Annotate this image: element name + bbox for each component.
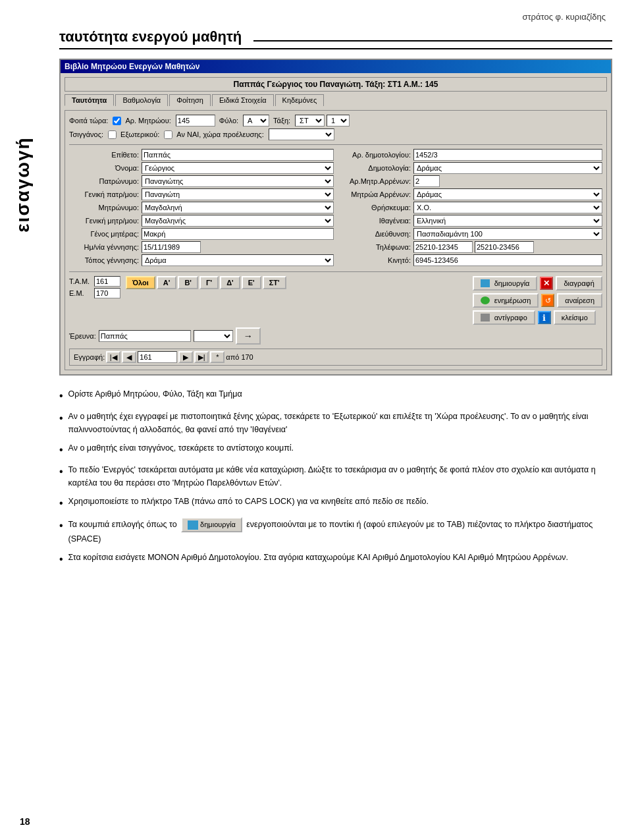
thriskevma-row: Θρήσκευμα: Χ.Ο. [338, 202, 602, 213]
btn-d[interactable]: Δ' [220, 276, 240, 289]
tam-input[interactable] [94, 276, 120, 287]
mitronimo-select[interactable]: Μαγδαληνή [142, 202, 334, 213]
dialog-title: Βιβλίο Μητρώου Ενεργών Μαθητών [65, 62, 200, 71]
epitheto-input[interactable] [142, 149, 334, 161]
bullet-section: • Ορίστε Αριθμό Μητρώου, Φύλο, Τάξη και … [59, 387, 612, 568]
btn-st[interactable]: ΣΤ' [263, 276, 286, 289]
header: στράτος φ. κυριαζίδης [0, 0, 632, 22]
tab-tautotita[interactable]: Ταυτότητα [65, 94, 114, 106]
mitronimo-row: Μητρώνυμο: Μαγδαληνή [69, 202, 334, 213]
create-button[interactable]: δημιουργία [473, 276, 538, 291]
tab-vathmologia[interactable]: Βαθμολογία [115, 94, 168, 106]
tilefona-label: Τηλέφωνα: [338, 243, 413, 251]
search-go-icon: → [244, 331, 253, 341]
tab-eidika[interactable]: Ειδικά Στοιχεία [212, 94, 274, 106]
fylo-select[interactable]: Α [243, 115, 269, 126]
mitroa-arrenon-label: Μητρώα Αρρένων: [338, 190, 413, 198]
tsigganos-checkbox[interactable] [108, 130, 117, 139]
main-content: ταυτότητα ενεργού μαθητή Βιβλίο Μητρώου … [46, 22, 632, 586]
taxi-select1[interactable]: ΣΤ [295, 115, 325, 126]
onoma-row: Όνομα: Γεώργιος [69, 162, 334, 174]
tab-kidimones[interactable]: Κηδεμόνες [275, 94, 325, 106]
gen-mitr-select[interactable]: Μαγδαληνής [142, 215, 334, 227]
update-button[interactable]: ενημέρωση [473, 293, 539, 308]
search-select[interactable] [194, 330, 233, 342]
btn-e[interactable]: Ε' [242, 276, 261, 289]
nav-first-button[interactable]: |◀ [106, 351, 120, 363]
nav-bar: Εγγραφή: |◀ ◀ ▶ ▶| * από 170 [69, 349, 602, 366]
copy-close-row: αντίγραφο ℹ κλείσιμο [473, 310, 602, 325]
bullet-text-7: Στα κορίτσια εισάγετε ΜΟΝΟΝ Αριθμό Δημοτ… [68, 551, 612, 564]
onoma-select[interactable]: Γεώργιος [142, 162, 334, 174]
mitroa-arrenon-row: Μητρώα Αρρένων: Δράμας [338, 188, 602, 200]
patronimo-label: Πατρώνυμο: [69, 177, 142, 185]
nav-last-button[interactable]: ▶| [194, 351, 209, 363]
remove-icon-btn[interactable]: ↺ [541, 294, 554, 307]
class-buttons-area: Όλοι Α' Β' Γ' Δ' Ε' ΣΤ' [126, 276, 286, 289]
ar-dimotologiou-input[interactable] [413, 149, 602, 161]
actions-col: δημιουργία ✕ διαγραφή ενημέρωση [473, 276, 602, 325]
xora-select[interactable] [269, 128, 334, 140]
taxi-select2[interactable]: 1 [327, 115, 350, 126]
tilefono1-input[interactable] [413, 241, 473, 253]
tab-foitisi[interactable]: Φοίτηση [169, 94, 211, 106]
bullet-item-1: • Ορίστε Αριθμό Μητρώου, Φύλο, Τάξη και … [59, 387, 612, 405]
btn-g[interactable]: Γ' [199, 276, 219, 289]
inline-create-btn: δημιουργία [181, 517, 242, 533]
search-go-button[interactable]: → [236, 327, 261, 345]
remove-button[interactable]: αναίρεση [557, 293, 602, 308]
imerominia-input[interactable] [142, 241, 201, 253]
mitronimo-label: Μητρώνυμο: [69, 204, 142, 211]
tilefono2-input[interactable] [475, 241, 534, 253]
create-label: δημιουργία [494, 279, 530, 287]
thriskevma-label: Θρήσκευμα: [338, 204, 413, 211]
form-divider [69, 144, 602, 145]
tam-label: Τ.Α.Μ. [69, 277, 92, 285]
nav-prev-button[interactable]: ◀ [122, 351, 136, 363]
am-input[interactable] [176, 115, 215, 126]
copy-button[interactable]: αντίγραφο [473, 310, 535, 325]
kinito-input[interactable] [413, 254, 602, 266]
dimotologia-select[interactable]: Δράμας [413, 162, 602, 174]
nav-current-input[interactable] [138, 351, 177, 363]
sidebar-text: εισαγωγή [13, 136, 34, 232]
delete-button[interactable]: διαγραφή [556, 276, 602, 291]
close-icon-btn[interactable]: ℹ [538, 311, 551, 324]
btn-oloi[interactable]: Όλοι [126, 276, 155, 289]
exoterikos-checkbox[interactable] [164, 130, 172, 139]
ar-mitr-arrenon-row: Αρ.Μητρ.Αρρένων: [338, 175, 602, 187]
dialog-titlebar: Βιβλίο Μητρώου Ενεργών Μαθητών [61, 60, 611, 73]
bullet-item-5: • Χρησιμοποιείστε το πλήκτρο ΤΑΒ (πάνω α… [59, 495, 612, 512]
page-number: 18 [20, 816, 30, 827]
dialog-box: Βιβλίο Μητρώου Ενεργών Μαθητών Παππάς Γε… [59, 59, 612, 376]
bullet-dot-4: • [59, 463, 63, 480]
delete-label: διαγραφή [564, 279, 594, 287]
thriskevma-select[interactable]: Χ.Ο. [413, 202, 602, 213]
topos-label: Τόπος γέννησης: [69, 256, 142, 264]
close-button[interactable]: κλείσιμο [554, 310, 596, 325]
delete-icon-btn[interactable]: ✕ [540, 277, 553, 290]
btn-a[interactable]: Α' [157, 276, 177, 289]
ar-mitr-arrenon-input[interactable] [413, 175, 440, 187]
em-label: Ε.Μ. [69, 289, 92, 297]
bottom-controls: Τ.Α.Μ. Ε.Μ. Όλοι Α' Β' [69, 276, 602, 325]
ithagenia-select[interactable]: Ελληνική [413, 215, 602, 227]
patronimo-select[interactable]: Παναγιώτης [142, 175, 334, 187]
foita-checkbox[interactable] [113, 117, 121, 125]
topos-select[interactable]: Δράμα [142, 254, 334, 266]
btn-b[interactable]: Β' [178, 276, 198, 289]
copy-icon [481, 314, 490, 322]
inline-btn-icon [188, 520, 198, 530]
gen-patr-select[interactable]: Παναγιώτη [142, 188, 334, 200]
mitroa-arrenon-select[interactable]: Δράμας [413, 188, 602, 200]
sidebar: εισαγωγή [0, 53, 46, 316]
bullet-text-5: Χρησιμοποιείστε το πλήκτρο ΤΑΒ (πάνω από… [68, 495, 612, 508]
nav-next-button[interactable]: ▶ [178, 351, 193, 363]
genos-input[interactable] [142, 228, 334, 240]
search-input[interactable] [99, 330, 191, 342]
diefthinsi-select[interactable]: Πασπαδιαμάντη 100 [413, 228, 602, 240]
page-title-row: ταυτότητα ενεργού μαθητή [59, 28, 612, 49]
em-input[interactable] [94, 288, 120, 298]
remove-label: αναίρεση [565, 296, 594, 304]
nav-new-button[interactable]: * [210, 351, 224, 363]
